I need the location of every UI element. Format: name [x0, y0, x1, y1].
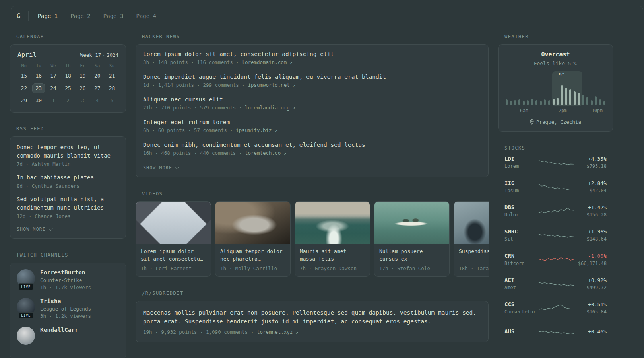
stock-row[interactable]: LDILorem +4.35%$795.18 [504, 156, 607, 169]
tab-page-4[interactable]: Page 4 [135, 6, 157, 25]
hn-item-meta: 1d · 1,414 points · 299 comments · ipsum… [143, 82, 481, 88]
hn-meta-text: 6h · 60 points · 57 comments · [143, 127, 233, 133]
tab-page-3[interactable]: Page 3 [103, 6, 124, 25]
video-thumbnail[interactable] [136, 202, 211, 244]
hn-domain: loremlandia.org [245, 105, 290, 111]
stock-sparkline [538, 325, 574, 337]
subreddit-domain-link[interactable]: loremnet.xyz ↗ [257, 329, 298, 335]
hn-domain-link[interactable]: ipsumify.biz ↗ [236, 127, 277, 133]
hn-domain-link[interactable]: ipsumworld.net ↗ [248, 82, 295, 88]
weather-time-label: 10pm [592, 108, 603, 113]
twitch-avatar[interactable]: LIVE [17, 269, 35, 288]
video-thumbnail[interactable] [374, 202, 449, 244]
video-thumbnail[interactable] [454, 202, 489, 244]
twitch-game: Counter-Strike [40, 277, 91, 283]
tab-page-2[interactable]: Page 2 [70, 6, 91, 25]
stock-row[interactable]: CCSConsectetur +0.51%$165.84 [504, 301, 607, 315]
hn-domain-link[interactable]: loremdomain.com ↗ [242, 59, 292, 65]
rss-show-more-button[interactable]: SHOW MORE [17, 226, 52, 232]
stock-row[interactable]: SNRCSit +1.36%$148.64 [504, 228, 607, 242]
video-meta: 18h · Tara [454, 263, 489, 276]
weather-bar [557, 98, 559, 105]
subreddit-widget: /R/SUBREDDIT Maecenas mollis pulvinar er… [136, 290, 489, 342]
stock-row[interactable]: DBSDolor +1.42%$156.28 [504, 204, 607, 218]
video-title[interactable]: Aliquam tempor dolor nec pharetra… [215, 244, 290, 263]
stock-row[interactable]: AETAmet +0.92%$499.72 [504, 277, 607, 290]
video-card: Mauris sit amet massa felis 7h · Grayson… [295, 201, 370, 277]
video-title[interactable]: Suspendisse diam [454, 244, 489, 263]
calendar-weekday: Sa [90, 63, 105, 69]
stock-ticker[interactable]: DBS [504, 204, 538, 210]
hn-item-title[interactable]: Integer eget rutrum lorem [143, 119, 481, 125]
calendar-widget: CALENDAR April Week 17·2024 MoTuWeThFrSa… [10, 34, 126, 113]
dashboard-columns: CALENDAR April Week 17·2024 MoTuWeThFrSa… [10, 34, 613, 358]
rss-item: Donec tempor eros leo, ut commodo mauris… [17, 143, 119, 167]
hn-domain-link[interactable]: loremlandia.org ↗ [245, 105, 295, 111]
top-nav: G Page 1 Page 2 Page 3 Page 4 [10, 0, 613, 25]
video-thumbnail[interactable] [215, 202, 290, 244]
stock-row[interactable]: IIGIpsum +2.84%$42.04 [504, 180, 607, 193]
subreddit-post-title[interactable]: Maecenas mollis pulvinar erat non posuer… [143, 308, 481, 326]
twitch-channel-name[interactable]: KendallCarr [40, 327, 78, 333]
video-thumbnail[interactable] [295, 202, 370, 244]
external-link-icon: ↗ [293, 83, 295, 88]
stock-ticker[interactable]: IIG [504, 180, 538, 186]
video-card: Suspendisse diam 18h · Tara [454, 201, 489, 277]
weather-bar [531, 99, 533, 105]
hn-item-title[interactable]: Donec enim nibh, condimentum et accumsan… [143, 142, 481, 148]
stock-name: Bitcorn [504, 261, 538, 266]
video-title[interactable]: Mauris sit amet massa felis [295, 244, 370, 263]
hn-item-title[interactable]: Lorem ipsum dolor sit amet, consectetur … [143, 51, 481, 57]
hn-item: Aliquam nec cursus elit 21h · 710 points… [143, 96, 481, 111]
video-title[interactable]: Lorem ipsum dolor sit amet consectetu… [136, 244, 211, 263]
hn-domain-link[interactable]: loremtech.co ↗ [245, 150, 286, 156]
rss-card: Donec tempor eros leo, ut commodo mauris… [10, 136, 126, 239]
twitch-avatar[interactable] [17, 327, 35, 345]
hn-item-title[interactable]: Aliquam nec cursus elit [143, 96, 481, 103]
weather-bar [506, 99, 508, 105]
stock-ticker[interactable]: AHS [504, 328, 538, 335]
tab-page-1[interactable]: Page 1 [37, 6, 59, 25]
live-badge: LIVE [18, 312, 34, 319]
stock-ticker[interactable]: CRN [504, 253, 538, 259]
rss-item-title[interactable]: In hac habitasse platea [17, 173, 119, 182]
stock-row[interactable]: AHS +0.46% [504, 325, 607, 337]
weather-bar [510, 101, 512, 105]
weather-bar [595, 96, 597, 105]
hn-meta-text: 21h · 710 points · 579 comments · [143, 105, 242, 111]
section-title-calendar: CALENDAR [16, 34, 126, 39]
stock-ticker[interactable]: LDI [504, 156, 538, 162]
hackernews-card: Lorem ipsum dolor sit amet, consectetur … [136, 44, 489, 177]
twitch-channel-name[interactable]: ForrestBurton [40, 269, 91, 276]
rss-item: Sed volutpat nulla nisl, a condimentum n… [17, 195, 119, 219]
hn-show-more-button[interactable]: SHOW MORE [143, 164, 178, 171]
calendar-day: 2 [61, 95, 76, 106]
hn-item: Donec enim nibh, condimentum et accumsan… [143, 142, 481, 156]
stock-ticker[interactable]: CCS [504, 301, 538, 307]
calendar-weekday: Fr [75, 63, 90, 69]
hn-domain: ipsumify.biz [236, 127, 272, 133]
twitch-avatar[interactable]: LIVE [17, 298, 35, 316]
rss-item-meta: 7d · Ashlyn Martin [17, 161, 119, 167]
stock-name: Sit [504, 236, 538, 242]
rss-item-title[interactable]: Sed volutpat nulla nisl, a condimentum n… [17, 195, 119, 212]
external-link-icon: ↗ [275, 128, 277, 133]
stock-ticker[interactable]: SNRC [504, 228, 538, 235]
stock-row[interactable]: CRNBitcorn -1.00%$66,171.48 [504, 253, 607, 266]
video-title[interactable]: Nullam posuere cursus ex [374, 244, 449, 263]
hn-item-meta: 3h · 148 points · 116 comments · loremdo… [143, 59, 481, 65]
hn-item-meta: 21h · 710 points · 579 comments · loreml… [143, 105, 481, 111]
stock-sparkline [538, 302, 574, 314]
calendar-week-label: Week 17·2024 [80, 52, 118, 58]
video-card: Lorem ipsum dolor sit amet consectetu… 1… [136, 201, 211, 277]
hn-item-title[interactable]: Donec imperdiet augue tincidunt felis al… [143, 74, 481, 80]
stock-ticker[interactable]: AET [504, 277, 538, 283]
rss-item: In hac habitasse platea 8d · Cynthia Sau… [17, 173, 119, 189]
stock-sparkline [538, 156, 574, 168]
hn-domain: loremdomain.com [242, 59, 287, 65]
weather-bar [582, 95, 584, 105]
twitch-widget: TWITCH CHANNELS LIVE ForrestBurton Count… [10, 252, 126, 358]
hn-item-meta: 16h · 468 points · 440 comments · loremt… [143, 150, 481, 156]
rss-item-title[interactable]: Donec tempor eros leo, ut commodo mauris… [17, 143, 119, 160]
twitch-channel-name[interactable]: Trisha [40, 298, 91, 304]
